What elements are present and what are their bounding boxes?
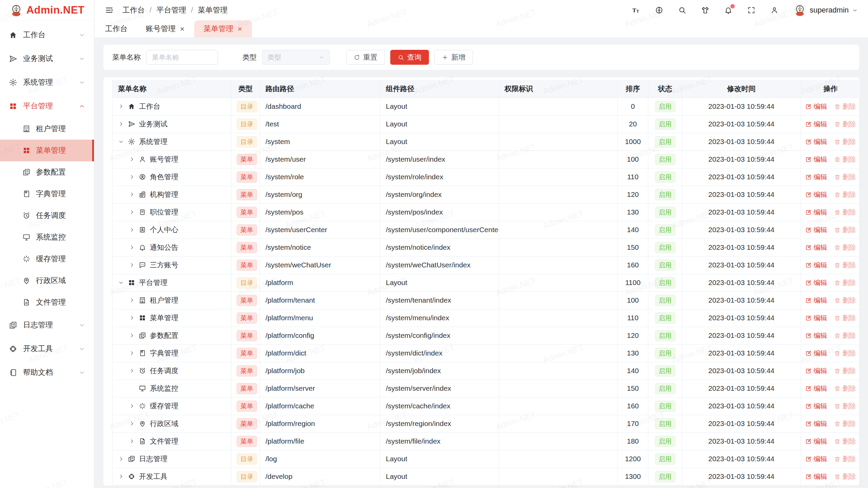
- font-size-button[interactable]: TT: [632, 6, 640, 14]
- sidebar-item-log-mgmt[interactable]: 日志管理: [0, 313, 94, 337]
- expand-icon[interactable]: [129, 297, 135, 303]
- expand-icon[interactable]: [129, 421, 135, 427]
- delete-button[interactable]: 删除: [834, 102, 856, 111]
- edit-button[interactable]: 编辑: [805, 172, 827, 182]
- close-icon[interactable]: [179, 26, 185, 32]
- language-button[interactable]: [655, 6, 663, 14]
- sidebar-item-admin-region[interactable]: 行政区域: [0, 270, 94, 291]
- edit-button[interactable]: 编辑: [805, 137, 827, 146]
- menu-name-input[interactable]: [146, 50, 218, 65]
- sidebar-item-workbench[interactable]: 工作台: [0, 23, 94, 47]
- sidebar-item-file-mgmt[interactable]: 文件管理: [0, 291, 94, 313]
- edit-button[interactable]: 编辑: [805, 454, 827, 464]
- sidebar-item-param-config[interactable]: 参数配置: [0, 161, 94, 183]
- edit-button[interactable]: 编辑: [805, 349, 827, 358]
- type-select[interactable]: 类型: [262, 50, 330, 65]
- expand-icon[interactable]: [129, 156, 135, 162]
- tab-account-mgmt[interactable]: 账号管理: [137, 20, 194, 37]
- sidebar-item-system-mgmt[interactable]: 系统管理: [0, 70, 94, 94]
- delete-button[interactable]: 删除: [834, 437, 856, 446]
- edit-button[interactable]: 编辑: [805, 225, 827, 235]
- expand-icon[interactable]: [118, 121, 124, 127]
- expand-icon[interactable]: [129, 174, 135, 180]
- sidebar-item-system-monitor[interactable]: 系统监控: [0, 226, 94, 248]
- profile-button[interactable]: [770, 6, 778, 14]
- delete-button[interactable]: 删除: [834, 225, 856, 235]
- edit-button[interactable]: 编辑: [805, 313, 827, 323]
- edit-button[interactable]: 编辑: [805, 384, 827, 393]
- breadcrumb-item[interactable]: 菜单管理: [198, 5, 228, 15]
- expand-icon[interactable]: [129, 403, 135, 409]
- search-button[interactable]: 查询: [390, 50, 429, 65]
- delete-button[interactable]: 删除: [834, 155, 856, 164]
- expand-icon[interactable]: [118, 456, 124, 462]
- expand-icon[interactable]: [129, 227, 135, 233]
- close-icon[interactable]: [237, 26, 243, 32]
- delete-button[interactable]: 删除: [834, 384, 856, 393]
- expand-icon[interactable]: [129, 315, 135, 321]
- sidebar-item-cache-mgmt[interactable]: 缓存管理: [0, 248, 94, 270]
- sidebar-item-business-test[interactable]: 业务测试: [0, 47, 94, 70]
- delete-button[interactable]: 删除: [834, 172, 856, 182]
- edit-button[interactable]: 编辑: [805, 472, 827, 481]
- edit-button[interactable]: 编辑: [805, 296, 827, 305]
- delete-button[interactable]: 删除: [834, 261, 856, 270]
- delete-button[interactable]: 删除: [834, 190, 856, 199]
- add-button[interactable]: 新增: [434, 50, 473, 65]
- expand-icon[interactable]: [129, 262, 135, 268]
- collapse-icon[interactable]: [118, 139, 124, 145]
- edit-button[interactable]: 编辑: [805, 120, 827, 129]
- fullscreen-button[interactable]: [747, 6, 755, 14]
- delete-button[interactable]: 删除: [834, 349, 856, 358]
- edit-button[interactable]: 编辑: [805, 419, 827, 428]
- delete-button[interactable]: 删除: [834, 313, 856, 323]
- delete-button[interactable]: 删除: [834, 402, 856, 411]
- sidebar-item-dev-tools[interactable]: 开发工具: [0, 337, 94, 361]
- tab-menu-mgmt[interactable]: 菜单管理: [194, 20, 252, 37]
- sidebar-item-help-docs[interactable]: 帮助文档: [0, 361, 94, 384]
- delete-button[interactable]: 删除: [834, 120, 856, 129]
- expand-icon[interactable]: [129, 368, 135, 374]
- expand-icon[interactable]: [129, 244, 135, 250]
- breadcrumb-item[interactable]: 工作台: [122, 5, 145, 15]
- edit-button[interactable]: 编辑: [805, 366, 827, 375]
- search-button[interactable]: [678, 6, 686, 14]
- edit-button[interactable]: 编辑: [805, 261, 827, 270]
- edit-button[interactable]: 编辑: [805, 243, 827, 252]
- edit-button[interactable]: 编辑: [805, 402, 827, 411]
- delete-button[interactable]: 删除: [834, 208, 856, 217]
- sidebar-collapse-button[interactable]: [105, 6, 114, 15]
- delete-button[interactable]: 删除: [834, 278, 856, 287]
- edit-button[interactable]: 编辑: [805, 208, 827, 217]
- expand-icon[interactable]: [129, 438, 135, 444]
- reset-button[interactable]: 重置: [346, 50, 385, 65]
- sidebar-item-platform-mgmt[interactable]: 平台管理: [0, 94, 94, 118]
- edit-button[interactable]: 编辑: [805, 278, 827, 287]
- sidebar-item-tenant-mgmt[interactable]: 租户管理: [0, 118, 94, 140]
- sidebar-item-dict-mgmt[interactable]: 字典管理: [0, 183, 94, 205]
- breadcrumb-item[interactable]: 平台管理: [156, 5, 186, 15]
- edit-button[interactable]: 编辑: [805, 102, 827, 111]
- expand-icon[interactable]: [129, 191, 135, 198]
- user-menu[interactable]: superadmin: [793, 4, 858, 17]
- sidebar-item-job-schedule[interactable]: 任务调度: [0, 205, 94, 226]
- tab-workbench[interactable]: 工作台: [96, 20, 137, 37]
- delete-button[interactable]: 删除: [834, 419, 856, 428]
- notification-button[interactable]: [724, 6, 732, 14]
- collapse-icon[interactable]: [118, 280, 124, 286]
- expand-icon[interactable]: [129, 332, 135, 339]
- delete-button[interactable]: 删除: [834, 472, 856, 481]
- delete-button[interactable]: 删除: [834, 296, 856, 305]
- edit-button[interactable]: 编辑: [805, 155, 827, 164]
- sidebar-item-menu-mgmt[interactable]: 菜单管理: [0, 140, 94, 161]
- expand-icon[interactable]: [129, 350, 135, 356]
- delete-button[interactable]: 删除: [834, 243, 856, 252]
- delete-button[interactable]: 删除: [834, 454, 856, 464]
- theme-button[interactable]: [701, 6, 709, 14]
- delete-button[interactable]: 删除: [834, 366, 856, 375]
- edit-button[interactable]: 编辑: [805, 331, 827, 340]
- edit-button[interactable]: 编辑: [805, 190, 827, 199]
- edit-button[interactable]: 编辑: [805, 437, 827, 446]
- delete-button[interactable]: 删除: [834, 331, 856, 340]
- expand-icon[interactable]: [129, 209, 135, 215]
